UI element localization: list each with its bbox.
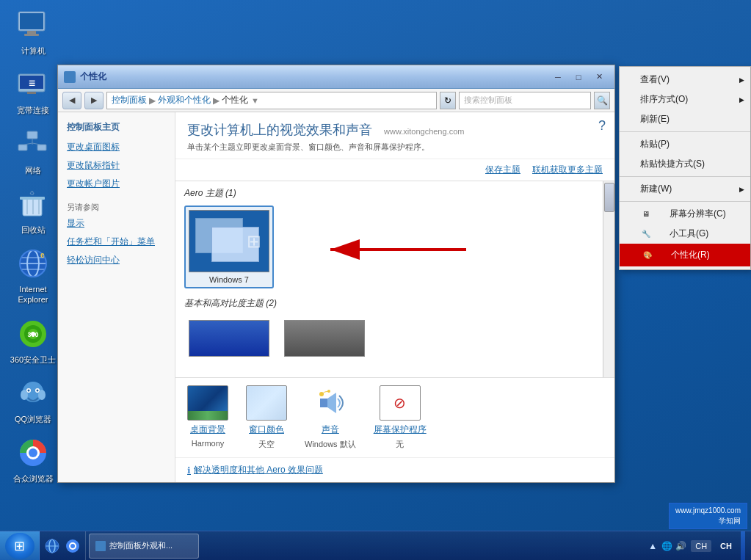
system-clock[interactable]: CH xyxy=(716,542,736,550)
screen-saver-icon xyxy=(380,385,421,421)
ql-chrome-icon[interactable] xyxy=(63,537,82,556)
svg-point-41 xyxy=(29,448,37,457)
desktop-icon-recycle-label: 回收站 xyxy=(21,225,46,235)
menu-item-sort[interactable]: 排序方式(O) xyxy=(620,90,750,109)
menu-item-personalize[interactable]: 🎨 个性化(R) xyxy=(620,244,750,266)
desktop-icon-computer[interactable]: 计算机 xyxy=(7,7,59,56)
tray-up-arrow[interactable]: ▲ xyxy=(647,540,659,552)
breadcrumb-item-personalize[interactable]: 个性化 xyxy=(222,94,248,106)
desktop-icon-qq[interactable]: QQ浏览器 xyxy=(7,376,59,424)
sidebar-link-account[interactable]: 更改帐户图片 xyxy=(67,178,166,190)
menu-item-view[interactable]: 查看(V) xyxy=(620,70,750,90)
basic-theme-preview-gray xyxy=(284,320,365,357)
screen-saver-label: 屏幕保护程序 xyxy=(374,423,427,436)
gadgets-icon: 🔧 xyxy=(640,228,652,240)
menu-separator-1 xyxy=(620,131,750,132)
svg-text:☰: ☰ xyxy=(29,79,35,87)
window-color-label: 窗口颜色 xyxy=(249,423,284,436)
theme-preview-windows7: ⊞ xyxy=(189,210,269,272)
panel-website: www.xitongcheng.com xyxy=(384,127,464,136)
breadcrumb-sep-2: ▶ xyxy=(213,95,220,106)
svg-rect-1 xyxy=(20,13,43,29)
desktop-icon-computer-label: 计算机 xyxy=(21,46,46,56)
desktop-icon-broadband-label: 宽带连接 xyxy=(17,105,49,115)
get-more-link[interactable]: 联机获取更多主题 xyxy=(532,164,603,176)
help-button[interactable]: ? xyxy=(598,118,606,134)
ql-ie-icon[interactable] xyxy=(43,537,62,556)
menu-item-screen-resolution[interactable]: 🖥 屏幕分辨率(C) xyxy=(620,204,750,224)
sidebar-link-taskbar[interactable]: 任务栏和「开始」菜单 xyxy=(67,236,166,248)
save-theme-link[interactable]: 保存主题 xyxy=(485,164,520,176)
scrollbar-thumb[interactable] xyxy=(604,183,614,212)
panel-title: 更改计算机上的视觉效果和声音 xyxy=(187,121,372,139)
menu-item-new-label: 新建(W) xyxy=(640,183,672,195)
tray-network-icon[interactable]: 🌐 xyxy=(661,540,672,552)
window-title-text: 个性化 xyxy=(80,70,548,83)
desktop-bg-sublabel: Harmony xyxy=(192,439,225,448)
menu-separator-3 xyxy=(620,201,750,202)
show-desktop-button[interactable] xyxy=(741,531,745,561)
sidebar-link-mouse[interactable]: 更改鼠标指针 xyxy=(67,159,166,172)
window-controls: ─ □ ✕ xyxy=(548,70,609,84)
themes-scrollbar[interactable] xyxy=(603,181,614,377)
theme-item-windows7[interactable]: ⊞ Windows 7 xyxy=(184,206,274,288)
menu-item-paste[interactable]: 粘贴(P) xyxy=(620,134,750,154)
menu-separator-2 xyxy=(620,176,750,177)
breadcrumb-sep-1: ▶ xyxy=(149,95,156,106)
desktop-icon-broadband[interactable]: ☰ 宽带连接 xyxy=(7,67,59,115)
system-tray-icons: ▲ 🌐 🔊 xyxy=(647,540,686,552)
maximize-button[interactable]: □ xyxy=(569,70,588,84)
menu-item-new[interactable]: 新建(W) xyxy=(620,179,750,199)
breadcrumb-dropdown-icon[interactable]: ▼ xyxy=(251,96,259,105)
svg-rect-10 xyxy=(37,145,46,150)
address-bar[interactable]: 控制面板 ▶ 外观和个性化 ▶ 个性化 ▼ xyxy=(106,92,437,109)
solve-link[interactable]: ℹ 解决透明度和其他 Aero 效果问题 xyxy=(187,464,603,476)
taskbar-cp-label: 控制面板外观和... xyxy=(109,540,173,551)
personalize-icon: 🎨 xyxy=(642,250,653,261)
basic-themes-grid xyxy=(184,316,597,361)
menu-item-personalize-label: 个性化(R) xyxy=(656,249,710,261)
quick-launch xyxy=(40,531,86,560)
minimize-button[interactable]: ─ xyxy=(548,70,567,84)
close-button[interactable]: ✕ xyxy=(589,70,609,84)
menu-item-gadgets[interactable]: 🔧 小工具(G) xyxy=(620,224,750,244)
desktop-icon-recycle[interactable]: ♻ 回收站 xyxy=(7,186,59,235)
svg-rect-6 xyxy=(27,92,36,94)
theme-label-windows7: Windows 7 xyxy=(209,275,249,284)
theme-item-basic-blue[interactable] xyxy=(184,316,274,361)
panel-header: 更改计算机上的视觉效果和声音 www.xitongcheng.com 单击某个主… xyxy=(175,112,614,159)
desktop-icon-network[interactable]: 网络 xyxy=(7,127,59,175)
start-button[interactable] xyxy=(0,531,40,561)
refresh-button[interactable]: ↻ xyxy=(440,92,456,109)
menu-item-paste-shortcut[interactable]: 粘贴快捷方式(S) xyxy=(620,154,750,174)
forward-button[interactable]: ▶ xyxy=(84,92,104,109)
bottom-sound[interactable]: 声音 Windows 默认 xyxy=(305,385,356,450)
desktop-icon-qq-label: QQ浏览器 xyxy=(15,414,51,424)
menu-item-view-label: 查看(V) xyxy=(640,73,670,86)
bottom-desktop-bg[interactable]: 桌面背景 Harmony xyxy=(187,385,228,450)
theme-item-basic-gray[interactable] xyxy=(280,316,369,361)
svg-text:e: e xyxy=(40,251,45,259)
desktop-icon-360[interactable]: 360 360安全卫士 xyxy=(7,316,59,365)
search-field[interactable]: 搜索控制面板 xyxy=(459,92,591,109)
menu-item-refresh[interactable]: 刷新(E) xyxy=(620,109,750,129)
breadcrumb-item-appearance[interactable]: 外观和个性化 xyxy=(158,94,211,106)
breadcrumb-item-control-panel[interactable]: 控制面板 xyxy=(112,94,147,106)
desktop-icon-ie[interactable]: e InternetExplorer xyxy=(7,246,59,305)
sidebar-link-ease[interactable]: 轻松访问中心 xyxy=(67,254,166,266)
sidebar-title[interactable]: 控制面板主页 xyxy=(67,121,166,134)
back-button[interactable]: ◀ xyxy=(62,92,81,109)
bottom-screen-saver[interactable]: 屏幕保护程序 无 xyxy=(374,385,427,450)
desktop-icon-chrome[interactable]: 合众浏览器 xyxy=(7,435,59,484)
window-content: 控制面板主页 更改桌面图标 更改鼠标指针 更改帐户图片 另请参阅 显示 任务栏和… xyxy=(58,112,614,482)
sidebar-link-display[interactable]: 显示 xyxy=(67,217,166,230)
context-menu: 查看(V) 排序方式(O) 刷新(E) 粘贴(P) 粘贴快捷方式(S) 新建(W… xyxy=(619,66,751,270)
taskbar-control-panel-item[interactable]: 控制面板外观和... xyxy=(89,534,199,559)
tray-sound-icon[interactable]: 🔊 xyxy=(675,540,686,552)
tray-language[interactable]: CH xyxy=(691,540,711,552)
sidebar-link-desktop-icon[interactable]: 更改桌面图标 xyxy=(67,141,166,153)
search-button[interactable]: 🔍 xyxy=(594,92,610,109)
window-color-sublabel: 天空 xyxy=(258,439,275,450)
panel-title-row: 更改计算机上的视觉效果和声音 www.xitongcheng.com xyxy=(187,121,603,142)
bottom-window-color[interactable]: 窗口颜色 天空 xyxy=(246,385,287,450)
